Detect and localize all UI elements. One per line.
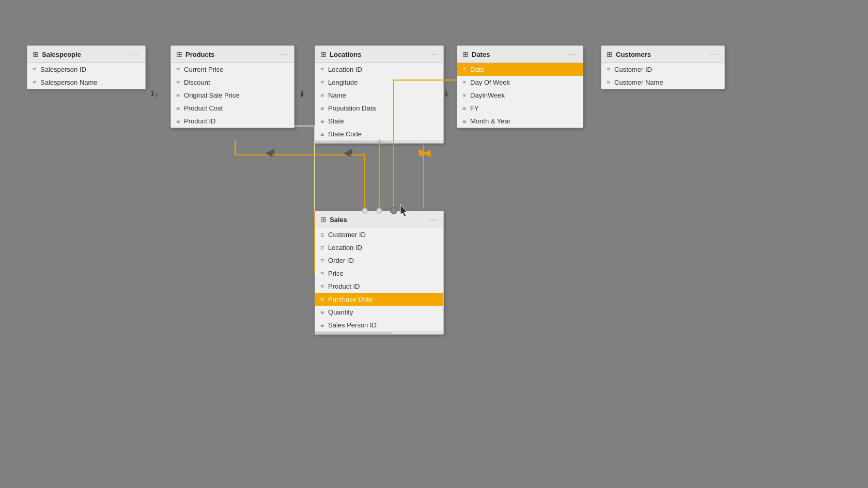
svg-marker-17 xyxy=(268,150,274,156)
sales-purchase-date-label: Purchase Date xyxy=(328,295,373,303)
products-original-sale-price-row[interactable]: ≡ Original Sale Price xyxy=(171,89,294,102)
field-icon: ≡ xyxy=(320,231,324,239)
customers-table[interactable]: ⊞ Customers ··· ≡ Customer ID ≡ Customer… xyxy=(601,45,725,89)
salespeople-salesperson-id-label: Salesperson ID xyxy=(40,66,86,73)
svg-marker-22 xyxy=(424,150,430,156)
sales-sales-person-id-row[interactable]: ≡ Sales Person ID xyxy=(315,319,443,332)
salespeople-salesperson-id-row[interactable]: ≡ Salesperson ID xyxy=(27,63,145,76)
field-icon: ≡ xyxy=(462,118,466,125)
locations-table[interactable]: ⊞ Locations ··· ≡ Location ID ≡ Longitud… xyxy=(315,45,444,144)
dates-table-icon: ⊞ xyxy=(462,50,469,58)
locations-table-icon: ⊞ xyxy=(320,50,327,58)
locations-population-data-label: Population Data xyxy=(328,104,376,112)
dates-fy-label: FY xyxy=(470,104,479,112)
products-product-id-label: Product ID xyxy=(184,117,215,125)
salespeople-menu[interactable]: ··· xyxy=(131,50,140,58)
sales-menu[interactable]: ··· xyxy=(429,215,438,224)
products-table[interactable]: ⊞ Products ··· ≡ Current Price ≡ Discoun… xyxy=(171,45,295,128)
svg-marker-19 xyxy=(345,150,351,156)
field-icon: ≡ xyxy=(462,105,466,112)
dates-title: Dates xyxy=(472,51,490,58)
locations-longitude-row[interactable]: ≡ Longitude xyxy=(315,76,443,89)
sales-purchase-date-row[interactable]: ≡ Purchase Date xyxy=(315,293,443,306)
field-icon: ≡ xyxy=(176,66,180,73)
svg-text:1: 1 xyxy=(301,90,304,97)
sales-location-id-label: Location ID xyxy=(328,244,362,251)
sales-sales-person-id-label: Sales Person ID xyxy=(328,321,377,329)
products-product-id-row[interactable]: ≡ Product ID xyxy=(171,115,294,128)
locations-state-code-row[interactable]: ≡ State Code xyxy=(315,128,443,141)
sales-price-row[interactable]: ≡ Price xyxy=(315,267,443,280)
dates-day-of-week-label: Day Of Week xyxy=(470,78,510,86)
sales-quantity-row[interactable]: ≡ Quantity xyxy=(315,306,443,319)
field-icon: ≡ xyxy=(320,322,324,329)
locations-location-id-label: Location ID xyxy=(328,66,362,73)
dates-day-in-week-row[interactable]: ≡ DayInWeek xyxy=(457,89,583,102)
dates-day-in-week-label: DayInWeek xyxy=(470,91,505,99)
dates-date-row[interactable]: ≡ Date xyxy=(457,63,583,76)
field-icon: ≡ xyxy=(320,118,324,125)
field-icon: ≡ xyxy=(176,79,180,86)
locations-name-row[interactable]: ≡ Name xyxy=(315,89,443,102)
products-current-price-row[interactable]: ≡ Current Price xyxy=(171,63,294,76)
products-header: ⊞ Products ··· xyxy=(171,46,294,63)
sales-product-id-label: Product ID xyxy=(328,282,360,290)
locations-menu[interactable]: ··· xyxy=(429,50,438,58)
sales-quantity-label: Quantity xyxy=(328,308,353,316)
field-icon: ≡ xyxy=(176,92,180,99)
salespeople-table[interactable]: ⊞ Salespeople ··· ≡ Salesperson ID ≡ Sal… xyxy=(27,45,146,89)
locations-population-data-row[interactable]: ≡ Population Data xyxy=(315,102,443,115)
svg-marker-5 xyxy=(346,149,352,155)
products-current-price-label: Current Price xyxy=(184,66,224,73)
sales-customer-id-row[interactable]: ≡ Customer ID xyxy=(315,228,443,241)
dates-menu[interactable]: ··· xyxy=(568,50,578,58)
salespeople-header: ⊞ Salespeople ··· xyxy=(27,46,145,63)
salespeople-salesperson-name-row[interactable]: ≡ Salesperson Name xyxy=(27,76,145,89)
customers-customer-name-label: Customer Name xyxy=(614,78,663,86)
sales-location-id-row[interactable]: ≡ Location ID xyxy=(315,241,443,254)
svg-marker-31 xyxy=(344,150,350,156)
locations-state-row[interactable]: ≡ State xyxy=(315,115,443,128)
products-menu[interactable]: ··· xyxy=(280,50,289,58)
field-icon: ≡ xyxy=(320,131,324,138)
customers-customer-id-label: Customer ID xyxy=(614,66,652,73)
products-discount-label: Discount xyxy=(184,78,210,86)
locations-state-code-label: State Code xyxy=(328,130,362,138)
field-icon: ≡ xyxy=(33,66,36,73)
products-title: Products xyxy=(185,51,214,58)
field-icon: ≡ xyxy=(320,270,324,277)
customers-header: ⊞ Customers ··· xyxy=(601,46,724,63)
svg-text:1: 1 xyxy=(155,91,159,99)
dates-month-year-row[interactable]: ≡ Month & Year xyxy=(457,115,583,128)
products-product-cost-label: Product Cost xyxy=(184,104,223,112)
field-icon: ≡ xyxy=(462,92,466,99)
field-icon: ≡ xyxy=(607,66,610,73)
svg-text:1: 1 xyxy=(444,90,448,97)
sales-product-id-row[interactable]: ≡ Product ID xyxy=(315,280,443,293)
field-icon: ≡ xyxy=(320,79,324,86)
svg-marker-25 xyxy=(344,150,350,156)
products-original-sale-price-label: Original Sale Price xyxy=(184,91,240,99)
products-product-cost-row[interactable]: ≡ Product Cost xyxy=(171,102,294,115)
customers-customer-id-row[interactable]: ≡ Customer ID xyxy=(601,63,724,76)
svg-marker-2 xyxy=(268,149,274,155)
sales-title: Sales xyxy=(330,216,347,224)
svg-text:1: 1 xyxy=(151,90,154,97)
sales-table[interactable]: ⊞ Sales ··· ≡ Customer ID ≡ Location ID … xyxy=(315,211,444,335)
svg-marker-9 xyxy=(419,149,425,155)
customers-customer-name-row[interactable]: ≡ Customer Name xyxy=(601,76,724,89)
dates-day-of-week-row[interactable]: ≡ Day Of Week xyxy=(457,76,583,89)
sales-order-id-row[interactable]: ≡ Order ID xyxy=(315,254,443,267)
dates-table[interactable]: ⊞ Dates ··· ≡ Date ≡ Day Of Week ≡ DayIn… xyxy=(457,45,583,128)
customers-menu[interactable]: ··· xyxy=(710,50,719,58)
dates-fy-row[interactable]: ≡ FY xyxy=(457,102,583,115)
field-icon: ≡ xyxy=(320,257,324,264)
field-icon: ≡ xyxy=(320,66,324,73)
field-icon: ≡ xyxy=(320,92,324,99)
salespeople-table-icon: ⊞ xyxy=(33,50,39,58)
products-discount-row[interactable]: ≡ Discount xyxy=(171,76,294,89)
locations-location-id-row[interactable]: ≡ Location ID xyxy=(315,63,443,76)
field-icon: ≡ xyxy=(462,66,466,73)
field-icon: ≡ xyxy=(320,283,324,290)
locations-longitude-label: Longitude xyxy=(328,78,358,86)
